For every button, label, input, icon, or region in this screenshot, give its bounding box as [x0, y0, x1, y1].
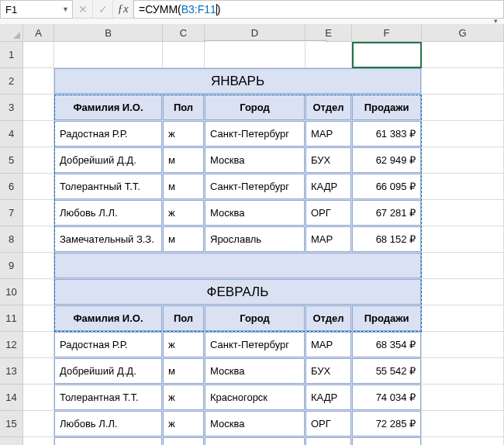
cell[interactable] — [422, 437, 504, 445]
cell[interactable]: 68 152 ₽ — [352, 226, 422, 253]
cell[interactable] — [23, 95, 54, 121]
row-header[interactable]: 2 — [0, 68, 23, 95]
col-header[interactable]: G — [422, 25, 504, 42]
cell[interactable]: Продажи — [352, 305, 422, 332]
cell[interactable]: Отдел — [306, 305, 352, 332]
row-header[interactable]: 3 — [0, 95, 23, 121]
cell[interactable]: Замечательный З.З. — [54, 226, 163, 253]
cell[interactable] — [422, 226, 504, 253]
cell[interactable]: ФЕВРАЛЬ — [54, 279, 422, 305]
formula-bar-expand[interactable]: ▾ — [0, 19, 504, 25]
cell[interactable]: Толерантная Т.Т. — [54, 385, 163, 411]
cell[interactable] — [422, 279, 504, 305]
col-header[interactable]: F — [352, 25, 422, 42]
cell[interactable]: Москва — [205, 411, 306, 437]
col-header[interactable]: B — [54, 25, 163, 42]
row-header[interactable]: 12 — [0, 332, 23, 358]
cells-area[interactable]: СУММ(число1; [число2]; ...) =СУММ(B3:F11… — [23, 42, 504, 445]
cell[interactable]: Ярославль — [205, 226, 306, 253]
row-header[interactable]: 14 — [0, 385, 23, 411]
name-box[interactable]: F1 ▼ — [0, 0, 73, 19]
col-header[interactable]: D — [205, 25, 306, 42]
cell[interactable] — [422, 411, 504, 437]
row-header[interactable]: 15 — [0, 411, 23, 437]
cell[interactable]: 61 383 ₽ — [352, 121, 422, 147]
cell[interactable]: Радостная Р.Р. — [54, 332, 163, 358]
cell[interactable] — [352, 42, 422, 68]
cell[interactable] — [422, 200, 504, 226]
select-all-corner[interactable] — [0, 25, 23, 42]
chevron-down-icon[interactable]: ▼ — [62, 5, 69, 13]
cell[interactable] — [422, 385, 504, 411]
cell[interactable] — [23, 68, 54, 95]
cell[interactable] — [422, 68, 504, 95]
row-header[interactable]: 5 — [0, 147, 23, 174]
cell[interactable]: м — [163, 174, 205, 200]
cell[interactable] — [422, 332, 504, 358]
cell[interactable] — [422, 174, 504, 200]
cell[interactable] — [23, 174, 54, 200]
row-header[interactable]: 1 — [0, 42, 23, 68]
cell[interactable] — [422, 42, 504, 68]
cell[interactable]: МАР — [306, 226, 352, 253]
cell[interactable]: Москва — [205, 358, 306, 385]
cell[interactable]: ж — [163, 332, 205, 358]
cell[interactable] — [422, 305, 504, 332]
formula-input[interactable]: =СУММ(B3:F11) — [133, 0, 504, 19]
cell[interactable]: Радостная Р.Р. — [54, 121, 163, 147]
fx-icon[interactable]: ƒx — [113, 0, 133, 18]
cell[interactable]: 62 949 ₽ — [352, 147, 422, 174]
cell[interactable]: Любовь Л.Л. — [54, 200, 163, 226]
cell[interactable]: МАР — [306, 332, 352, 358]
cell[interactable] — [422, 358, 504, 385]
cell[interactable]: Ярославль — [205, 437, 306, 445]
row-header[interactable]: 16 — [0, 437, 23, 445]
cell[interactable]: 72 285 ₽ — [352, 411, 422, 437]
cell[interactable]: БУХ — [306, 358, 352, 385]
cell[interactable] — [23, 411, 54, 437]
cell[interactable]: Москва — [205, 200, 306, 226]
row-header[interactable]: 8 — [0, 226, 23, 253]
cell[interactable]: Пол — [163, 305, 205, 332]
cell[interactable]: 58 561 ₽ — [352, 437, 422, 445]
cell[interactable] — [23, 332, 54, 358]
cell[interactable]: ОРГ — [306, 200, 352, 226]
cell[interactable]: 55 542 ₽ — [352, 358, 422, 385]
cell[interactable]: 66 095 ₽ — [352, 174, 422, 200]
cell[interactable]: МАР — [306, 121, 352, 147]
cell[interactable] — [422, 95, 504, 121]
cell[interactable]: Санкт-Петербург — [205, 121, 306, 147]
cell[interactable]: Красногорск — [205, 385, 306, 411]
cell[interactable]: ОРГ — [306, 411, 352, 437]
cell[interactable] — [422, 147, 504, 174]
cell[interactable]: м — [163, 226, 205, 253]
cell[interactable]: МАР — [306, 437, 352, 445]
cell[interactable] — [163, 42, 205, 68]
cell[interactable]: Толерантный Т.Т. — [54, 174, 163, 200]
row-header[interactable]: 9 — [0, 253, 23, 279]
cell[interactable] — [23, 437, 54, 445]
row-header[interactable]: 7 — [0, 200, 23, 226]
enter-icon[interactable]: ✓ — [93, 0, 113, 18]
cell[interactable]: 67 281 ₽ — [352, 200, 422, 226]
cell[interactable]: Фамилия И.О. — [54, 95, 163, 121]
cell[interactable]: ж — [163, 411, 205, 437]
chevron-down-icon[interactable]: ▾ — [494, 17, 498, 25]
cell[interactable] — [23, 385, 54, 411]
cell[interactable]: КАДР — [306, 385, 352, 411]
cell[interactable] — [23, 253, 54, 279]
cell[interactable] — [23, 358, 54, 385]
cell[interactable] — [23, 147, 54, 174]
row-header[interactable]: 13 — [0, 358, 23, 385]
cell[interactable] — [54, 42, 163, 68]
cell[interactable] — [23, 200, 54, 226]
cell[interactable]: Москва — [205, 147, 306, 174]
col-header[interactable]: C — [163, 25, 205, 42]
cell[interactable]: Город — [205, 95, 306, 121]
cell[interactable] — [422, 253, 504, 279]
cell[interactable]: Добрейший Д.Д. — [54, 358, 163, 385]
cell[interactable]: ЯНВАРЬ — [54, 68, 422, 95]
col-header[interactable]: E — [306, 25, 352, 42]
cell[interactable] — [23, 279, 54, 305]
cell[interactable]: 68 354 ₽ — [352, 332, 422, 358]
